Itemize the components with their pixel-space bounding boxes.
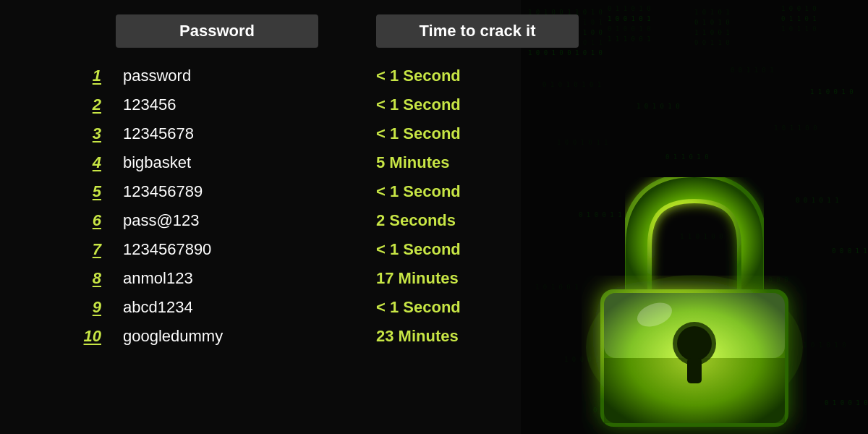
table-row: 10googledummy23 Minutes: [72, 323, 593, 350]
main-content: Password Time to crack it 1password< 1 S…: [0, 0, 593, 365]
svg-text:1 1 0 0 1 0: 1 1 0 0 1 0: [810, 88, 854, 95]
row-number: 4: [72, 153, 109, 172]
row-password: 12345678: [109, 124, 318, 143]
row-crack-time: 2 Seconds: [318, 211, 535, 230]
password-table: 1password< 1 Second2123456< 1 Second3123…: [72, 62, 593, 350]
svg-rect-44: [687, 358, 702, 383]
svg-text:1 1 0 0 1: 1 1 0 0 1: [694, 29, 730, 36]
table-row: 2123456< 1 Second: [72, 91, 593, 119]
table-row: 9abcd1234< 1 Second: [72, 294, 593, 321]
row-crack-time: < 1 Second: [318, 240, 535, 259]
row-password: 1234567890: [109, 240, 318, 259]
table-row: 4bigbasket5 Minutes: [72, 149, 593, 176]
row-crack-time: < 1 Second: [318, 124, 535, 143]
row-crack-time: 5 Minutes: [318, 153, 535, 172]
svg-text:0 0 1 1 0: 0 0 1 1 0: [694, 39, 730, 46]
row-crack-time: < 1 Second: [318, 298, 535, 317]
table-row: 5123456789< 1 Second: [72, 178, 593, 205]
row-crack-time: < 1 Second: [318, 95, 535, 114]
table-row: 6pass@1232 Seconds: [72, 207, 593, 234]
table-row: 8anmol12317 Minutes: [72, 265, 593, 292]
svg-text:0 1 0 0 1 0: 0 1 0 0 1 0: [608, 25, 651, 33]
svg-text:1 0 1 1 0: 1 0 1 1 0: [781, 25, 817, 33]
row-number: 3: [72, 124, 109, 143]
row-number: 6: [72, 211, 109, 230]
row-password: password: [109, 67, 318, 85]
row-crack-time: < 1 Second: [318, 67, 535, 85]
table-header: Password Time to crack it: [72, 14, 593, 48]
row-number: 1: [72, 67, 109, 85]
row-number: 10: [72, 327, 109, 346]
row-password: bigbasket: [109, 153, 318, 172]
password-column-header: Password: [116, 14, 318, 48]
svg-point-43: [677, 326, 712, 361]
row-password: googledummy: [109, 327, 318, 346]
row-crack-time: 23 Minutes: [318, 327, 535, 346]
row-number: 9: [72, 298, 109, 317]
row-password: anmol123: [109, 269, 318, 288]
svg-text:0 1 0 1 0: 0 1 0 1 0: [694, 19, 730, 26]
row-password: abcd1234: [109, 298, 318, 317]
row-number: 7: [72, 240, 109, 259]
row-number: 2: [72, 95, 109, 114]
svg-text:1 1 1 0 0 1: 1 1 1 0 0 1: [608, 35, 651, 43]
table-row: 71234567890< 1 Second: [72, 236, 593, 263]
svg-text:1 0 0 1 0 1: 1 0 0 1 0 1: [608, 15, 651, 22]
crack-column-header: Time to crack it: [376, 14, 579, 48]
svg-text:1 0 1 0 1 0: 1 0 1 0 1 0: [637, 103, 680, 110]
row-number: 8: [72, 269, 109, 288]
row-crack-time: 17 Minutes: [318, 269, 535, 288]
svg-text:0 1 1 0 1: 0 1 1 0 1: [781, 15, 817, 22]
row-password: 123456: [109, 95, 318, 114]
table-row: 1password< 1 Second: [72, 62, 593, 90]
row-number: 5: [72, 182, 109, 201]
svg-text:1 0 0 1 0: 1 0 0 1 0: [781, 5, 817, 12]
row-crack-time: < 1 Second: [318, 182, 535, 201]
svg-text:0 1 1 0 1 0: 0 1 1 0 1 0: [608, 5, 651, 12]
svg-text:0 0 1 1 0 1: 0 0 1 1 0 1: [731, 67, 774, 74]
row-password: pass@123: [109, 211, 318, 230]
row-password: 123456789: [109, 182, 318, 201]
table-row: 312345678< 1 Second: [72, 120, 593, 148]
svg-text:1 0 1 0 1: 1 0 1 0 1: [694, 9, 730, 16]
